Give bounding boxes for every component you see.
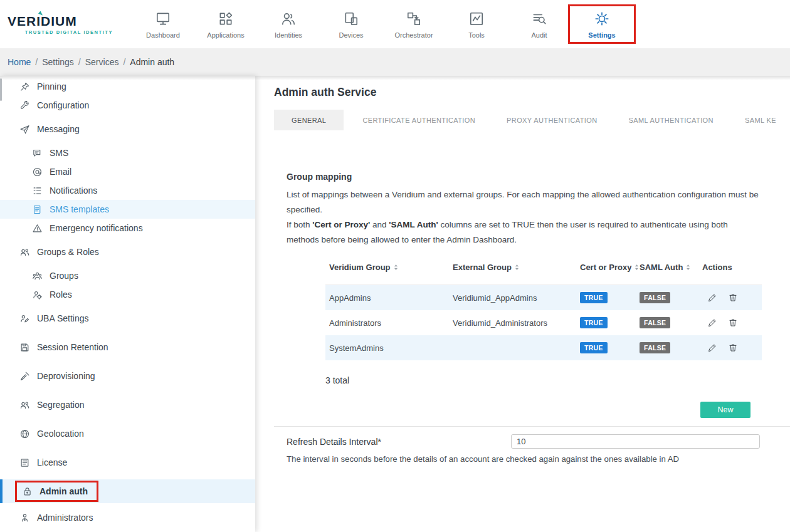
breadcrumb-separator: / xyxy=(123,57,125,67)
nav-item-label: Settings xyxy=(588,31,615,39)
sidebar-item-roles[interactable]: Roles xyxy=(0,285,255,304)
breadcrumb-current: Admin auth xyxy=(130,57,174,67)
nav-item-audit[interactable]: Audit xyxy=(508,7,571,41)
sidebar-item-license[interactable]: License xyxy=(0,453,255,472)
sidebar-item-session-retention[interactable]: Session Retention xyxy=(0,338,255,357)
sidebar-item-configuration[interactable]: Configuration xyxy=(0,96,255,115)
saml-auth-badge: FALSE xyxy=(640,342,670,353)
applications-icon xyxy=(218,11,234,27)
group-mapping-title: Group mapping xyxy=(287,172,790,182)
section-divider xyxy=(274,426,790,427)
nav-item-applications[interactable]: Applications xyxy=(194,7,257,41)
save-icon xyxy=(19,342,30,353)
sidebar-item-messaging[interactable]: Messaging xyxy=(0,120,255,138)
sidebar-item-label: Notifications xyxy=(50,185,97,196)
sidebar-item-notifications[interactable]: Notifications xyxy=(0,181,255,200)
document-icon xyxy=(31,204,43,215)
warning-triangle-icon xyxy=(31,222,43,234)
column-label: SAML Auth xyxy=(640,263,683,272)
cert-or-proxy-emphasis: 'Cert or Proxy' xyxy=(312,220,370,229)
veridium-group-cell: AppAdmins xyxy=(329,293,453,303)
sidebar-item-pinning[interactable]: Pinning xyxy=(0,77,255,96)
row-actions xyxy=(702,318,762,328)
sidebar-scrollbar[interactable] xyxy=(0,78,2,101)
tab-general[interactable]: GENERAL xyxy=(274,110,344,130)
sidebar-item-sms-templates[interactable]: SMS templates xyxy=(0,200,255,219)
sidebar-item-administrators[interactable]: Administrators xyxy=(0,508,255,527)
tab-certificate-authentication[interactable]: CERTIFICATE AUTHENTICATION xyxy=(356,110,482,130)
breadcrumb-home-link[interactable]: Home xyxy=(8,57,31,67)
saml-auth-emphasis: 'SAML Auth' xyxy=(389,220,438,229)
person-edit-icon xyxy=(19,313,30,324)
nav-item-dashboard[interactable]: Dashboard xyxy=(132,7,194,41)
table-row: Administrators Veridiumid_Administrators… xyxy=(325,310,762,335)
veridium-group-cell: Administrators xyxy=(329,318,453,328)
external-group-cell: Veridiumid_Administrators xyxy=(453,318,580,328)
sidebar-item-geolocation[interactable]: Geolocation xyxy=(0,424,255,443)
new-mapping-button[interactable]: New xyxy=(700,402,750,418)
nav-item-label: Dashboard xyxy=(146,31,180,39)
nav-item-label: Identities xyxy=(275,31,302,39)
sidebar-item-segregation[interactable]: Segregation xyxy=(0,395,255,414)
nav-item-label: Tools xyxy=(468,31,485,39)
delete-icon[interactable] xyxy=(728,318,738,328)
breadcrumb-services[interactable]: Services xyxy=(85,57,119,67)
nav-item-label: Orchestrator xyxy=(394,31,433,39)
nav-item-settings[interactable]: Settings xyxy=(571,7,633,41)
tab-saml-authentication[interactable]: SAML AUTHENTICATION xyxy=(623,110,720,130)
nav-item-tools[interactable]: Tools xyxy=(445,7,508,41)
column-header-saml-auth[interactable]: SAML Auth xyxy=(640,263,702,272)
nav-item-devices[interactable]: Devices xyxy=(320,7,382,41)
delete-icon[interactable] xyxy=(728,343,738,353)
sidebar-item-groups-roles[interactable]: Groups & Roles xyxy=(0,243,255,261)
settings-gear-icon xyxy=(594,11,610,27)
tab-proxy-authentication[interactable]: PROXY AUTHENTICATION xyxy=(500,110,604,130)
column-label: Actions xyxy=(702,263,732,272)
sidebar-item-uba-settings[interactable]: UBA Settings xyxy=(0,309,255,328)
sidebar-item-label: Email xyxy=(50,167,71,177)
nav-item-label: Applications xyxy=(207,31,244,39)
column-header-cert-or-proxy[interactable]: Cert or Proxy xyxy=(580,263,640,272)
sidebar-item-label: Deprovisioning xyxy=(37,371,95,381)
admin-auth-red-annotation: Admin auth xyxy=(15,481,98,502)
globe-icon xyxy=(19,428,30,439)
delete-icon[interactable] xyxy=(728,293,738,303)
sidebar-item-label: UBA Settings xyxy=(37,313,89,323)
sidebar-item-emergency-notifications[interactable]: Emergency notifications xyxy=(0,219,255,237)
edit-icon[interactable] xyxy=(707,318,717,328)
nav-item-orchestrator[interactable]: Orchestrator xyxy=(382,7,445,41)
sidebar-item-label: Groups & Roles xyxy=(37,247,99,257)
cert-or-proxy-badge: TRUE xyxy=(580,292,608,303)
edit-icon[interactable] xyxy=(707,343,717,353)
settings-sidebar: Pinning Configuration Messaging SMS Emai… xyxy=(0,76,255,532)
cert-or-proxy-badge: TRUE xyxy=(580,342,608,353)
nav-item-identities[interactable]: Identities xyxy=(257,7,320,41)
column-header-external-group[interactable]: External Group xyxy=(453,263,580,272)
sidebar-item-deprovisioning[interactable]: Deprovisioning xyxy=(0,367,255,385)
saml-auth-badge: FALSE xyxy=(640,292,670,303)
sidebar-item-sms[interactable]: SMS xyxy=(0,143,255,162)
sidebar-item-label: SMS templates xyxy=(50,204,109,214)
edit-icon[interactable] xyxy=(707,293,717,303)
sidebar-item-label: Messaging xyxy=(37,124,80,134)
sidebar-item-email[interactable]: Email xyxy=(0,162,255,181)
breadcrumb-settings[interactable]: Settings xyxy=(42,57,74,67)
sidebar-item-label: Groups xyxy=(50,271,78,281)
refresh-interval-row: Refresh Details Interval* xyxy=(274,434,760,449)
column-header-veridium-group[interactable]: Veridium Group xyxy=(329,263,453,272)
sidebar-item-label: Admin auth xyxy=(40,486,88,496)
breadcrumb: Home / Settings / Services / Admin auth xyxy=(0,48,790,76)
sort-icon xyxy=(515,264,519,271)
tab-saml-key[interactable]: SAML KE xyxy=(739,110,782,130)
sidebar-item-label: Session Retention xyxy=(37,342,108,352)
refresh-interval-input[interactable] xyxy=(511,434,760,449)
brand-name: VERIDIUM xyxy=(8,14,77,28)
column-label: External Group xyxy=(453,263,512,272)
veridium-logo[interactable]: VERIDIUM TRUSTED DIGITAL IDENTITY xyxy=(8,14,113,35)
sidebar-item-groups[interactable]: Groups xyxy=(0,266,255,285)
sidebar-item-admin-auth[interactable]: Admin auth xyxy=(0,479,255,503)
service-tabs: GENERAL CERTIFICATE AUTHENTICATION PROXY… xyxy=(274,110,790,130)
page-title: Admin auth Service xyxy=(274,86,790,99)
logo-tagline: TRUSTED DIGITAL IDENTITY xyxy=(8,29,113,35)
table-header-row: Veridium Group External Group Cert or Pr… xyxy=(325,258,762,285)
